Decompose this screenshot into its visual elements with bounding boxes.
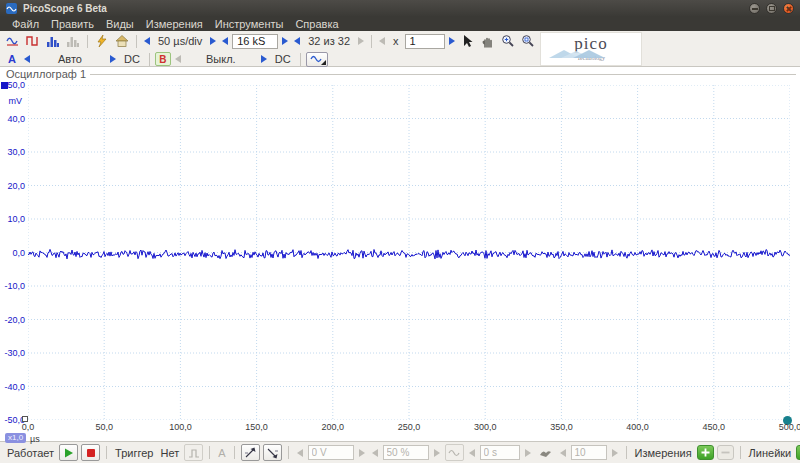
trigger-mode-select[interactable]: Нет	[158, 447, 181, 459]
app-icon	[6, 3, 17, 14]
toolbar-main: 50 µs/div 32 из 32 x	[0, 31, 800, 51]
x-tick-label: 300,0	[474, 422, 497, 432]
x-tick-label: 350,0	[550, 422, 573, 432]
menu-edit[interactable]: Править	[45, 18, 100, 30]
zoom-increase-button[interactable]	[449, 37, 455, 45]
plus-icon	[701, 448, 710, 457]
menu-tools[interactable]: Инструменты	[209, 18, 290, 30]
channel-a-range[interactable]: Авто	[34, 53, 106, 65]
square-wave-view-icon[interactable]	[24, 33, 42, 49]
channel-b-range-prev-button	[175, 55, 181, 63]
window-controls	[749, 3, 794, 14]
pretrigger-pct-decrease	[372, 449, 378, 457]
pretrigger-pct-increase	[434, 449, 440, 457]
minus-icon	[721, 448, 730, 457]
timebase-prev-button[interactable]	[144, 37, 150, 45]
channel-b-range-next-button[interactable]	[261, 55, 267, 63]
trigger-timeout-icon	[445, 444, 464, 461]
remove-measurement-button	[717, 445, 734, 460]
y-axis: mV 50,040,030,020,010,00,0-10,0-20,0-30,…	[0, 85, 27, 420]
statusbar: Работает Триггер Нет A Измерения Лине	[0, 441, 800, 463]
toolbar-area: 50 µs/div 32 из 32 x	[0, 31, 800, 67]
scope-panel: Осциллограф 1 mV 50,040,030,020,010,00,0…	[0, 67, 800, 441]
pico-brand-text: pico	[574, 37, 607, 51]
window-title: PicoScope 6 Beta	[23, 3, 107, 14]
channel-a-label[interactable]: A	[4, 53, 20, 65]
channel-b-range[interactable]: Выкл.	[185, 53, 257, 65]
pico-wave-icon	[549, 50, 609, 58]
timebase-next-button[interactable]	[210, 37, 216, 45]
capture-count-input	[571, 445, 607, 460]
y-tick-label: 40,0	[7, 114, 25, 124]
start-capture-button[interactable]	[59, 444, 78, 461]
pointer-tool-icon[interactable]	[459, 33, 477, 49]
zoom-level-badge: x1,0	[5, 433, 26, 443]
capture-count-increase	[612, 449, 618, 457]
x-tick-label: 450,0	[703, 422, 726, 432]
buffer-prev-button[interactable]	[294, 37, 300, 45]
home-icon[interactable]	[113, 33, 131, 49]
dropdown-corner-icon	[321, 60, 326, 65]
zoom-box-icon[interactable]	[519, 33, 537, 49]
buffer-position: 32 из 32	[304, 35, 354, 47]
waveform-canvas	[28, 85, 790, 420]
menubar: Файл Править Виды Измерения Инструменты …	[0, 16, 800, 31]
scope-plot[interactable]	[28, 85, 790, 420]
trigger-level-increase	[359, 449, 365, 457]
scope-view-title: Осциллограф 1	[6, 68, 90, 80]
trigger-delay-decrease	[469, 449, 475, 457]
scope-view-icon[interactable]	[4, 33, 22, 49]
y-tick-label: -10,0	[4, 281, 25, 291]
rising-edge-button[interactable]	[241, 444, 260, 461]
add-measurement-button[interactable]	[697, 445, 714, 460]
trigger-delay-increase	[525, 449, 531, 457]
falling-edge-button[interactable]	[263, 444, 282, 461]
buffer-next-button	[358, 37, 364, 45]
x-axis-unit: µs	[30, 434, 40, 444]
titlebar[interactable]: PicoScope 6 Beta	[0, 0, 800, 16]
pretrigger-pct-input	[383, 445, 429, 460]
run-status-label: Работает	[5, 447, 56, 459]
maximize-button[interactable]	[766, 3, 777, 14]
menu-help[interactable]: Справка	[289, 18, 344, 30]
trigger-level-decrease	[297, 449, 303, 457]
channel-a-range-next-button[interactable]	[110, 55, 116, 63]
menu-measurements[interactable]: Измерения	[140, 18, 209, 30]
rulers-label: Линейки	[747, 447, 794, 459]
hand-tool-icon[interactable]	[479, 33, 497, 49]
channel-b-button[interactable]: B	[155, 52, 171, 66]
capture-count-decrease	[560, 449, 566, 457]
rulers-toggle-button[interactable]	[796, 445, 800, 460]
zoom-factor-label: x	[389, 35, 403, 47]
zoom-in-icon[interactable]	[499, 33, 517, 49]
stop-capture-button[interactable]	[81, 444, 100, 461]
channel-b-coupling[interactable]: DC	[271, 53, 295, 65]
samples-increase-button[interactable]	[282, 37, 288, 45]
timebase-value[interactable]: 50 µs/div	[154, 35, 206, 47]
menu-views[interactable]: Виды	[100, 18, 140, 30]
minimize-button[interactable]	[749, 3, 760, 14]
spectrum-view-icon[interactable]	[44, 33, 62, 49]
trigger-source-label: A	[216, 447, 227, 459]
signal-generator-button[interactable]	[306, 52, 328, 67]
play-icon	[64, 448, 74, 458]
samples-input[interactable]	[232, 34, 278, 49]
trigger-delay-input	[480, 445, 520, 460]
zoom-factor-input[interactable]	[405, 34, 445, 49]
channel-a-range-prev-button[interactable]	[24, 55, 30, 63]
zoom-decrease-button	[379, 37, 385, 45]
x-tick-label: 0,0	[22, 422, 35, 432]
x-tick-label: 100,0	[169, 422, 192, 432]
x-axis: 0,050,0100,0150,0200,0250,0300,0350,0400…	[28, 422, 790, 434]
y-tick-label: 30,0	[7, 147, 25, 157]
channel-a-coupling[interactable]: DC	[120, 53, 144, 65]
close-button[interactable]	[783, 3, 794, 14]
menu-file[interactable]: Файл	[6, 18, 45, 30]
single-trigger-icon	[184, 444, 203, 461]
x-tick-label: 200,0	[322, 422, 345, 432]
lightning-icon[interactable]	[93, 33, 111, 49]
stop-icon	[86, 448, 96, 458]
samples-decrease-button[interactable]	[222, 37, 228, 45]
x-tick-label: 250,0	[398, 422, 421, 432]
trigger-level-input	[308, 445, 354, 460]
